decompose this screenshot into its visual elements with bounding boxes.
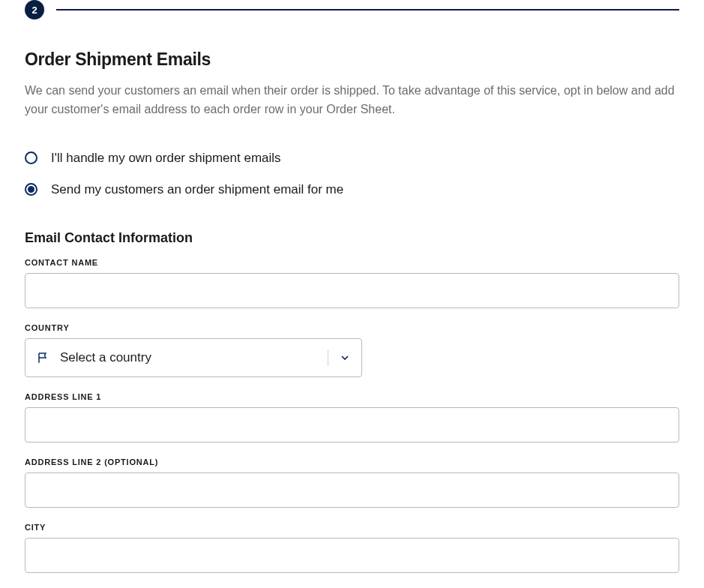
shipment-email-radio-group: I'll handle my own order shipment emails… bbox=[25, 151, 679, 197]
section-description: We can send your customers an email when… bbox=[25, 82, 679, 119]
country-select[interactable]: Select a country bbox=[25, 338, 362, 377]
chevron-down-icon bbox=[339, 352, 351, 364]
radio-label: Send my customers an order shipment emai… bbox=[51, 182, 343, 197]
step-number-badge: 2 bbox=[25, 0, 44, 20]
radio-icon bbox=[25, 152, 37, 164]
city-label: CITY bbox=[25, 523, 679, 532]
radio-send-for-me[interactable]: Send my customers an order shipment emai… bbox=[25, 182, 679, 197]
address2-label: ADDRESS LINE 2 (OPTIONAL) bbox=[25, 458, 679, 466]
address1-label: ADDRESS LINE 1 bbox=[25, 392, 679, 401]
address2-input[interactable] bbox=[25, 472, 679, 508]
form-group-address1: ADDRESS LINE 1 bbox=[25, 392, 679, 442]
step-number: 2 bbox=[31, 4, 37, 16]
country-placeholder: Select a country bbox=[60, 350, 328, 365]
section-title: Order Shipment Emails bbox=[25, 50, 679, 70]
radio-handle-own[interactable]: I'll handle my own order shipment emails bbox=[25, 151, 679, 166]
form-group-country: COUNTRY Select a country bbox=[25, 323, 679, 377]
select-divider bbox=[328, 350, 328, 366]
country-label: COUNTRY bbox=[25, 323, 679, 332]
radio-dot bbox=[28, 186, 34, 193]
form-group-address2: ADDRESS LINE 2 (OPTIONAL) bbox=[25, 458, 679, 508]
step-header: 2 bbox=[25, 0, 679, 20]
contact-info-heading: Email Contact Information bbox=[25, 230, 679, 246]
form-group-city: CITY bbox=[25, 523, 679, 573]
step-progress-line bbox=[56, 9, 679, 10]
radio-icon bbox=[25, 183, 37, 196]
city-input[interactable] bbox=[25, 538, 679, 573]
contact-name-label: CONTACT NAME bbox=[25, 258, 679, 267]
radio-label: I'll handle my own order shipment emails bbox=[51, 151, 281, 166]
flag-icon bbox=[36, 350, 51, 365]
form-group-contact-name: CONTACT NAME bbox=[25, 258, 679, 308]
contact-name-input[interactable] bbox=[25, 273, 679, 308]
address1-input[interactable] bbox=[25, 407, 679, 442]
